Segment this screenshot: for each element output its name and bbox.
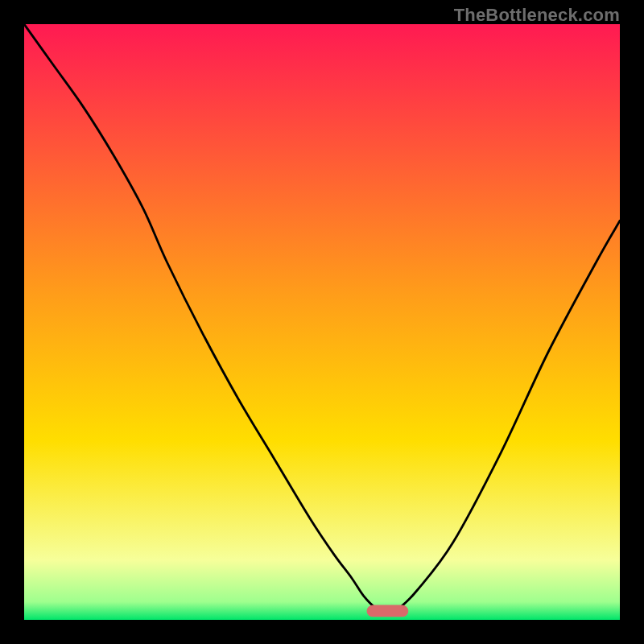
bottleneck-plot xyxy=(24,24,620,620)
watermark-text: TheBottleneck.com xyxy=(454,5,620,26)
chart-frame: TheBottleneck.com xyxy=(0,0,644,644)
gradient-background xyxy=(24,24,620,620)
optimum-marker xyxy=(367,605,409,617)
